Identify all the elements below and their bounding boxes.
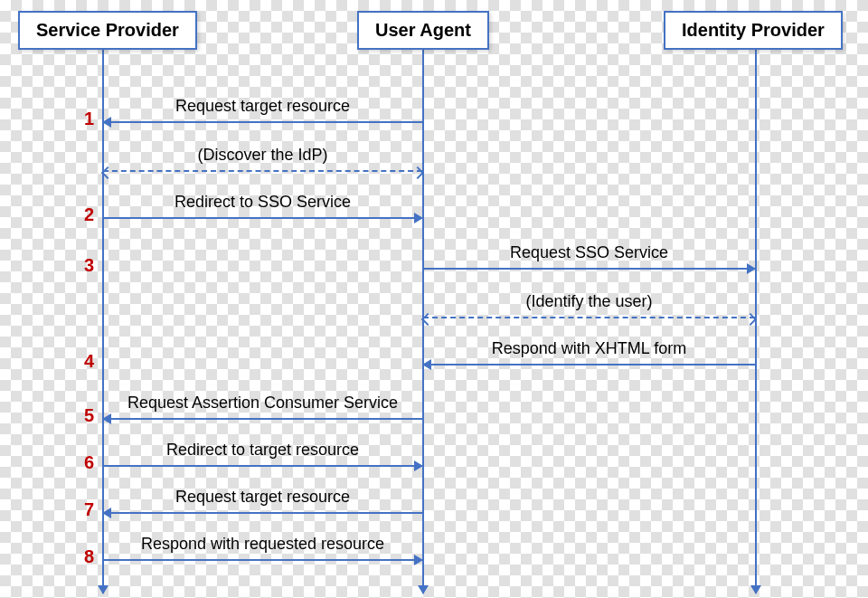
- msg-label: Respond with XHTML form: [423, 339, 755, 358]
- arrow-left-icon: [103, 418, 422, 420]
- msg-label: Request Assertion Consumer Service: [103, 394, 422, 413]
- msg-respond-xhtml-form: Respond with XHTML form: [423, 340, 755, 365]
- sequence-diagram: Service Provider User Agent Identity Pro…: [0, 0, 868, 598]
- actor-idp-label: Identity Provider: [682, 20, 825, 40]
- arrow-right-icon: [103, 217, 422, 219]
- arrow-right-icon: [103, 559, 422, 561]
- actor-sp-label: Service Provider: [36, 20, 179, 40]
- step-3: 3: [76, 255, 94, 276]
- arrow-left-icon: [103, 121, 422, 123]
- msg-redirect-sso: Redirect to SSO Service: [103, 194, 422, 219]
- msg-request-acs: Request Assertion Consumer Service: [103, 394, 422, 420]
- msg-redirect-target: Redirect to target resource: [103, 441, 422, 467]
- msg-label: Request target resource: [103, 488, 422, 507]
- arrow-both-dashed-icon: [423, 317, 755, 318]
- msg-label: Request target resource: [103, 97, 422, 116]
- msg-request-target-resource-2: Request target resource: [103, 489, 422, 514]
- msg-request-target-resource-1: Request target resource: [103, 98, 422, 123]
- msg-label: (Identify the user): [423, 292, 755, 311]
- step-6: 6: [76, 452, 94, 473]
- arrow-left-icon: [423, 364, 755, 365]
- arrow-both-dashed-icon: [103, 170, 422, 172]
- msg-label: (Discover the IdP): [103, 146, 422, 165]
- arrow-right-icon: [103, 465, 422, 467]
- msg-identify-user: (Identify the user): [423, 293, 755, 318]
- msg-label: Redirect to target resource: [103, 441, 422, 460]
- step-2: 2: [76, 204, 94, 225]
- step-7: 7: [76, 499, 94, 520]
- arrow-left-icon: [103, 512, 422, 514]
- step-4: 4: [76, 351, 94, 372]
- actor-identity-provider: Identity Provider: [664, 11, 843, 50]
- actor-service-provider: Service Provider: [18, 11, 197, 50]
- msg-label: Redirect to SSO Service: [103, 193, 422, 212]
- step-5: 5: [76, 405, 94, 426]
- actor-ua-label: User Agent: [375, 20, 471, 40]
- actor-user-agent: User Agent: [357, 11, 489, 50]
- msg-label: Respond with requested resource: [103, 535, 422, 554]
- msg-label: Request SSO Service: [423, 243, 755, 262]
- step-8: 8: [76, 546, 94, 567]
- arrow-right-icon: [423, 268, 755, 270]
- msg-discover-idp: (Discover the IdP): [103, 147, 422, 172]
- msg-respond-requested-resource: Respond with requested resource: [103, 536, 422, 561]
- msg-request-sso-service: Request SSO Service: [423, 244, 755, 270]
- step-1: 1: [76, 109, 94, 129]
